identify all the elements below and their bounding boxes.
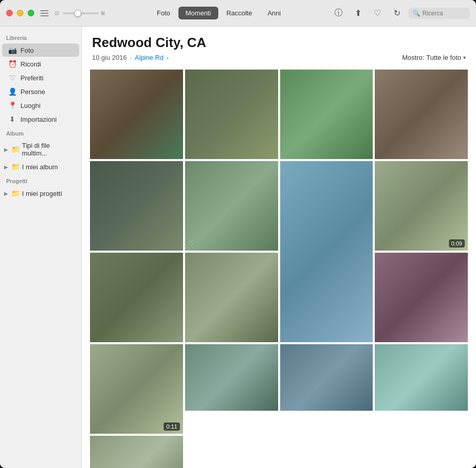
size-slider[interactable]: [63, 12, 99, 14]
photo-cell-16[interactable]: [90, 436, 183, 468]
sidebar-item-ricordi[interactable]: ⏰ Ricordi: [2, 57, 79, 71]
photo-cell-8[interactable]: 0:09: [375, 161, 468, 251]
photo-cell-1[interactable]: [90, 70, 183, 159]
photo-cell-15[interactable]: [375, 344, 468, 411]
info-button[interactable]: ⓘ: [331, 6, 346, 21]
sidebar-item-preferiti[interactable]: ♡ Preferiti: [2, 71, 79, 84]
sidebar-toggle-icon: [40, 10, 49, 16]
place-link[interactable]: Alpine Rd: [135, 54, 164, 61]
expand-arrow-album: ▶: [4, 164, 8, 170]
photo-cell-3[interactable]: [280, 70, 373, 159]
content-header: Redwood City, CA 10 giu 2016 · Alpine Rd…: [82, 27, 476, 65]
nav-tabs: Foto Momenti Raccolte Anni: [107, 7, 331, 19]
sidebar-foto-label: Foto: [20, 47, 34, 54]
sidebar: Libreria 📷 Foto ⏰ Ricordi ♡ Preferiti 👤 …: [0, 27, 82, 468]
video-duration-2: 0:11: [164, 422, 179, 431]
photo-cell-9[interactable]: [90, 253, 183, 342]
photo-cell-5[interactable]: [90, 161, 183, 251]
persone-icon: 👤: [8, 87, 16, 96]
album-section-label: Album: [0, 126, 81, 139]
sidebar-item-luoghi[interactable]: 📍 Luoghi: [2, 99, 79, 112]
photo-cell-7[interactable]: [280, 161, 373, 342]
size-small-icon: ⊡: [55, 10, 61, 16]
location-title: Redwood City, CA: [92, 35, 466, 51]
libreria-section-label: Libreria: [0, 31, 81, 43]
sidebar-preferiti-label: Preferiti: [20, 74, 43, 82]
sidebar-luoghi-label: Luoghi: [20, 102, 40, 109]
expand-arrow-progetti: ▶: [4, 191, 8, 196]
photo-cell-4[interactable]: [375, 70, 468, 159]
photo-cell-12[interactable]: 0:11: [90, 344, 183, 434]
sidebar-item-persone[interactable]: 👤 Persone: [2, 85, 79, 98]
importazioni-icon: ⬇: [8, 115, 16, 123]
date-label: 10 giu 2016: [92, 54, 127, 61]
sidebar-item-foto[interactable]: 📷 Foto: [2, 43, 79, 57]
foto-icon: 📷: [8, 46, 16, 54]
content-area: Redwood City, CA 10 giu 2016 · Alpine Rd…: [82, 27, 476, 468]
app-window: ⊡ ⊞ Foto Momenti Raccolte Anni ⓘ ⬆ ♡ ↻ 🔍…: [0, 0, 476, 468]
size-slider-container: ⊡ ⊞: [55, 10, 107, 16]
expand-arrow-tipi: ▶: [4, 147, 8, 152]
folder-tipi-icon: 📁: [11, 145, 20, 153]
main-content: Libreria 📷 Foto ⏰ Ricordi ♡ Preferiti 👤 …: [0, 27, 476, 468]
rotate-button[interactable]: ↻: [389, 6, 404, 21]
show-filter[interactable]: Mostro: Tutte le foto ▾: [402, 54, 466, 61]
progetti-section-label: Progetti: [0, 174, 81, 186]
date-separator: ·: [130, 54, 132, 61]
photo-cell-11[interactable]: [375, 253, 468, 342]
sidebar-tipi-label: Tipi di file multim...: [22, 142, 75, 157]
video-duration-1: 0:09: [449, 239, 465, 248]
preferiti-icon: ♡: [8, 74, 16, 82]
heart-button[interactable]: ♡: [370, 6, 385, 21]
photo-cell-13[interactable]: [185, 344, 278, 411]
traffic-lights: [6, 10, 34, 16]
sidebar-item-tipi-file[interactable]: ▶ 📁 Tipi di file multim...: [2, 139, 79, 160]
sidebar-importazioni-label: Importazioni: [20, 116, 57, 123]
tab-momenti[interactable]: Momenti: [178, 7, 218, 19]
share-button[interactable]: ⬆: [350, 6, 366, 21]
minimize-button[interactable]: [17, 10, 24, 16]
size-large-icon: ⊞: [101, 10, 107, 16]
photo-cell-10[interactable]: [185, 253, 278, 342]
sidebar-toggle-button[interactable]: [40, 10, 49, 16]
heart-icon: ♡: [188, 239, 195, 248]
sidebar-item-miei-progetti[interactable]: ▶ 📁 I miei progetti: [2, 187, 79, 200]
sidebar-persone-label: Persone: [20, 88, 45, 96]
folder-progetti-icon: 📁: [11, 189, 20, 197]
show-filter-label: Mostro:: [402, 54, 424, 61]
photo-cell-2[interactable]: [185, 70, 278, 159]
close-button[interactable]: [6, 10, 13, 16]
photo-cell-6[interactable]: ♡: [185, 161, 278, 251]
sidebar-album-label: I miei album: [22, 163, 58, 171]
ricordi-icon: ⏰: [8, 60, 16, 68]
toolbar-actions: ⓘ ⬆ ♡ ↻ 🔍: [331, 6, 470, 21]
luoghi-icon: 📍: [8, 101, 16, 109]
search-icon: 🔍: [413, 10, 420, 17]
sidebar-progetti-label: I miei progetti: [22, 190, 62, 197]
tab-raccolte[interactable]: Raccolte: [219, 7, 260, 19]
maximize-button[interactable]: [28, 10, 34, 16]
photo-grid: ♡ 0:09 0:11: [82, 65, 476, 468]
tab-anni[interactable]: Anni: [260, 7, 288, 19]
filter-chevron: ▾: [463, 55, 466, 60]
search-input[interactable]: [422, 10, 463, 17]
tab-foto[interactable]: Foto: [150, 7, 177, 19]
photo-cell-14[interactable]: [280, 344, 373, 411]
folder-album-icon: 📁: [11, 163, 20, 171]
show-filter-value: Tutte le foto: [426, 54, 461, 61]
location-meta: 10 giu 2016 · Alpine Rd › Mostro: Tutte …: [92, 54, 466, 61]
search-box: 🔍: [409, 8, 470, 19]
location-date: 10 giu 2016 · Alpine Rd ›: [92, 54, 169, 61]
titlebar: ⊡ ⊞ Foto Momenti Raccolte Anni ⓘ ⬆ ♡ ↻ 🔍: [0, 0, 476, 27]
sidebar-item-importazioni[interactable]: ⬇ Importazioni: [2, 113, 79, 126]
place-chevron: ›: [167, 55, 169, 61]
sidebar-ricordi-label: Ricordi: [20, 60, 41, 68]
sidebar-item-miei-album[interactable]: ▶ 📁 I miei album: [2, 160, 79, 173]
